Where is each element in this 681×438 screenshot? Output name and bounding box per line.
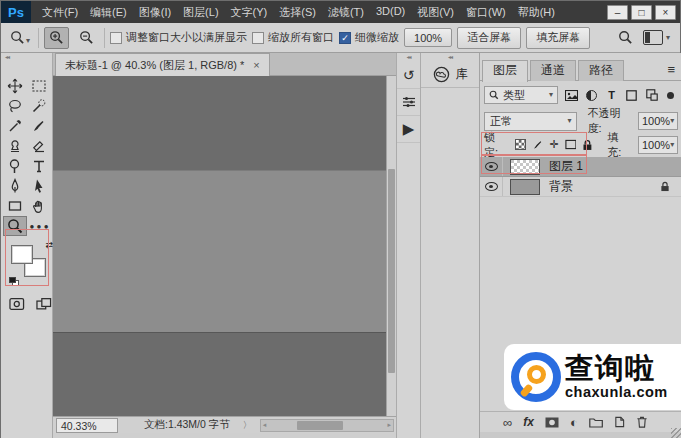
- fit-screen-button[interactable]: 适合屏幕: [457, 27, 521, 49]
- vertical-scrollbar[interactable]: [386, 76, 396, 416]
- rectangle-tool[interactable]: [3, 196, 27, 216]
- minimize-button[interactable]: –: [607, 5, 628, 20]
- horizontal-scrollbar-thumb[interactable]: [297, 421, 343, 430]
- filter-shape-icon[interactable]: [625, 89, 638, 102]
- layer-name[interactable]: 背景: [549, 178, 573, 195]
- edit-toolbar-dots[interactable]: ● ● ●: [27, 216, 51, 236]
- lasso-tool[interactable]: [3, 96, 27, 116]
- move-icon: [7, 78, 23, 94]
- zoom-all-checkbox[interactable]: [252, 32, 264, 44]
- lock-position-icon[interactable]: ✛: [549, 138, 558, 151]
- layer-row-background[interactable]: 背景: [480, 177, 681, 197]
- menu-type[interactable]: 文字(Y): [229, 5, 270, 20]
- filter-image-icon[interactable]: [565, 89, 578, 102]
- document-tab[interactable]: 未标题-1 @ 40.3% (图层 1, RGB/8) * ×: [55, 53, 270, 76]
- filter-toggle-icon[interactable]: [667, 92, 674, 99]
- layer-style-fx-icon[interactable]: fx: [523, 415, 534, 429]
- blend-mode-dropdown[interactable]: 正常 ▾: [484, 112, 577, 131]
- resize-windows-checkbox[interactable]: [110, 32, 122, 44]
- link-layers-icon[interactable]: ∞: [503, 415, 512, 430]
- dodge-tool[interactable]: [3, 156, 27, 176]
- menu-help[interactable]: 帮助(H): [516, 5, 557, 20]
- foreground-color-swatch[interactable]: [11, 245, 33, 264]
- fill-field[interactable]: 100% ▾: [638, 136, 678, 154]
- zoom-100-button[interactable]: 100%: [404, 28, 452, 47]
- opacity-field[interactable]: 100% ▾: [638, 112, 678, 130]
- menu-file[interactable]: 文件(F): [40, 5, 80, 20]
- menu-view[interactable]: 视图(V): [415, 5, 456, 20]
- zoom-level-field[interactable]: 40.33%: [56, 418, 118, 433]
- path-selection-tool[interactable]: [27, 176, 51, 196]
- quick-selection-tool[interactable]: [27, 96, 51, 116]
- adjustment-layer-icon[interactable]: ◐: [570, 415, 578, 430]
- zoom-out-button[interactable]: [74, 27, 99, 49]
- menu-filter[interactable]: 滤镜(T): [326, 5, 366, 20]
- screen-mode-icon[interactable]: [36, 297, 53, 311]
- scroll-right-icon[interactable]: ▸: [387, 421, 391, 429]
- filter-type-dropdown[interactable]: 类型 ▾: [484, 86, 558, 104]
- default-colors-icon[interactable]: [9, 277, 19, 286]
- menu-select[interactable]: 选择(S): [277, 5, 318, 20]
- maximize-button[interactable]: □: [631, 5, 652, 20]
- status-info-arrow[interactable]: 〉: [243, 419, 252, 432]
- filter-smart-object-icon[interactable]: [645, 89, 658, 102]
- new-layer-icon[interactable]: [614, 416, 625, 428]
- add-layer-mask-icon[interactable]: [545, 417, 559, 428]
- canvas[interactable]: [53, 76, 396, 416]
- history-panel-icon[interactable]: ↺: [397, 62, 420, 89]
- hand-tool[interactable]: [27, 196, 51, 216]
- new-group-icon[interactable]: [589, 417, 603, 428]
- delete-layer-icon[interactable]: [636, 416, 648, 428]
- lock-pixels-icon[interactable]: [532, 139, 544, 151]
- marquee-tool[interactable]: [27, 76, 51, 96]
- layer-name[interactable]: 图层 1: [549, 158, 583, 175]
- lock-transparency-icon[interactable]: [515, 139, 526, 150]
- horizontal-scrollbar[interactable]: ◂ ▸: [260, 419, 394, 432]
- quick-mask-icon[interactable]: [9, 297, 26, 311]
- tab-layers[interactable]: 图层: [482, 60, 528, 82]
- filter-type-text-icon[interactable]: T: [605, 89, 618, 102]
- toolbar-collapse-arrows[interactable]: ◂◂: [1, 53, 52, 63]
- lock-artboard-icon[interactable]: [565, 139, 577, 150]
- tool-preset-picker[interactable]: ▾: [7, 28, 33, 47]
- properties-panel-icon[interactable]: [397, 89, 420, 116]
- lock-all-icon[interactable]: [582, 139, 593, 151]
- menu-image[interactable]: 图像(I): [137, 5, 173, 20]
- move-tool[interactable]: [3, 76, 27, 96]
- menu-edit[interactable]: 编辑(E): [88, 5, 129, 20]
- panel-menu-icon[interactable]: ≡: [667, 62, 675, 77]
- search-icon[interactable]: [618, 30, 633, 45]
- close-button[interactable]: ×: [655, 5, 676, 20]
- vertical-scrollbar-thumb[interactable]: [388, 169, 395, 373]
- type-tool[interactable]: [27, 156, 51, 176]
- tab-channels[interactable]: 通道: [530, 60, 576, 81]
- resize-grip[interactable]: [671, 428, 681, 438]
- actions-panel-icon[interactable]: ▶: [397, 116, 420, 143]
- swap-colors-icon[interactable]: ⇄: [45, 240, 53, 250]
- eyedropper-tool[interactable]: [3, 116, 27, 136]
- tab-close-icon[interactable]: ×: [253, 59, 259, 71]
- menu-3d[interactable]: 3D(D): [374, 5, 407, 20]
- zoom-tool[interactable]: [3, 216, 27, 236]
- layer-thumbnail[interactable]: [510, 159, 540, 175]
- zoom-in-button[interactable]: [44, 27, 69, 49]
- pen-tool[interactable]: [3, 176, 27, 196]
- visibility-cell[interactable]: [480, 157, 503, 176]
- scroll-left-icon[interactable]: ◂: [263, 421, 267, 429]
- scrubby-zoom-checkbox[interactable]: ✓: [339, 32, 351, 44]
- strip-collapse-arrows[interactable]: ◂◂: [421, 53, 479, 62]
- tab-paths[interactable]: 路径: [578, 60, 624, 81]
- eraser-tool[interactable]: [27, 136, 51, 156]
- brush-tool[interactable]: [27, 116, 51, 136]
- libraries-panel-tab[interactable]: 库: [421, 62, 479, 88]
- layer-row-layer1[interactable]: 图层 1: [480, 157, 681, 177]
- strip-collapse-arrows[interactable]: ◂◂: [397, 53, 420, 62]
- menu-window[interactable]: 窗口(W): [464, 5, 508, 20]
- workspace-switcher[interactable]: ▾: [643, 30, 670, 45]
- clone-stamp-tool[interactable]: [3, 136, 27, 156]
- menu-layer[interactable]: 图层(L): [181, 5, 220, 20]
- layer-thumbnail[interactable]: [510, 179, 540, 195]
- filter-adjustment-icon[interactable]: [585, 89, 598, 102]
- fill-screen-button[interactable]: 填充屏幕: [526, 27, 590, 49]
- visibility-cell[interactable]: [480, 177, 503, 196]
